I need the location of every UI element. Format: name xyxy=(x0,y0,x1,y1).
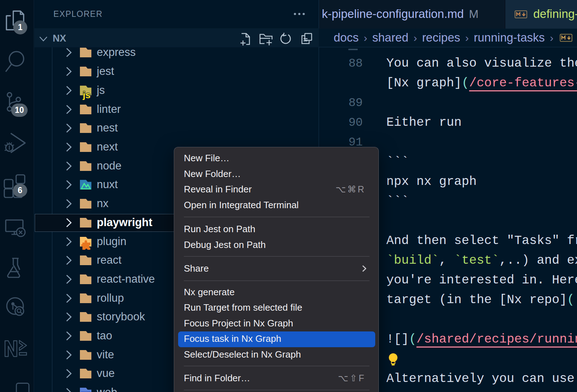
svg-text:js: js xyxy=(82,90,91,100)
